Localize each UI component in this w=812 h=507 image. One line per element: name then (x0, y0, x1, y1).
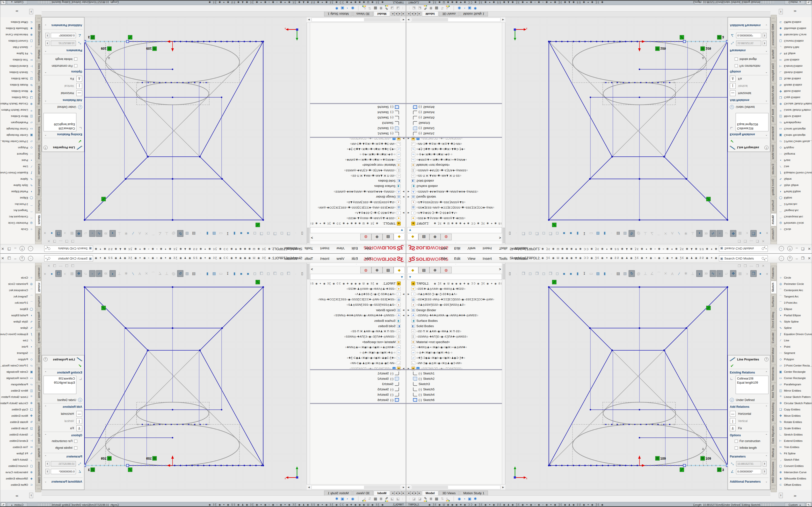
tree-row[interactable]: ▱○·◎✚○Ж◉Ι○◉○Ι◉Ж○✚◎·○ (311, 350, 405, 355)
tree-row-sketch6[interactable]: (-)Sketch6 (407, 397, 501, 402)
tab-data-migration[interactable]: Data Migration (771, 61, 777, 83)
tree-row[interactable]: ▱○✚Ʒ◦Ɔ◉♟○Ж◉Ι○◉○Ι◉Ж○♟◉Ɔ◦Ʒ✚○ (311, 355, 405, 360)
search-dropdown-icon[interactable]: ▾ (45, 257, 47, 260)
view-toolbar-icon-21[interactable]: ∠ (649, 270, 655, 277)
tool-ellipse[interactable]: ◯Ellipse (777, 195, 812, 201)
view-toolbar-icon-5[interactable]: ◻ (265, 230, 271, 237)
search-dropdown-icon[interactable]: ▾ (765, 257, 767, 260)
tree-row[interactable]: ≣Material <not specified> (311, 339, 405, 344)
motion-tool-1[interactable]: ◪ (391, 497, 394, 501)
menu-insert[interactable]: Insert (481, 246, 493, 251)
checkbox-infinite-length[interactable]: Infinite length (735, 57, 757, 61)
add-relation-horizontal[interactable]: —Horizontal (61, 411, 82, 417)
tool-move-entities[interactable]: ✥Move Entities (0, 88, 35, 95)
tool-circular-sketch-pattern[interactable]: ✲Circular Sketch Pattern (777, 400, 812, 406)
view-toolbar-icon-16[interactable]: ▤ (191, 230, 197, 237)
tool-corner-rectangle[interactable]: ▭Corner Rectangle (777, 126, 812, 132)
tab-direct-editing[interactable]: Direct Editing (35, 177, 41, 197)
tree-tab-3[interactable]: ◍ (360, 267, 371, 273)
tab-mold-tools[interactable]: Mold Tools (771, 107, 777, 124)
tab-evaluate[interactable]: Evaluate (35, 331, 41, 345)
tree-row[interactable]: ▱○✚Ʒ◦Ɔ◉♟○Ж◉Ι○◉○Ι◉Ж○♟◉Ɔ◦Ʒ✚○ (311, 147, 405, 152)
tool-circle[interactable]: ○Circle (777, 226, 812, 232)
tree-row[interactable]: ▶▤Design Binder (407, 194, 501, 200)
view-toolbar-icon-21[interactable]: ∠ (649, 230, 655, 237)
checkbox-for-construction[interactable]: For construction (52, 64, 77, 68)
graphics-area[interactable]: ❒❒—❐✕ ▯·❒◻❒◻❒◻■■▮↧▭▨▮·▤▨↻@⊥∠⌒✕A∕✱⊥◖3D∿◦▱… (42, 17, 307, 244)
view-toolbar-icon-31[interactable]: ◦ (89, 230, 95, 237)
add-relation-fix[interactable]: ⚓Fix (730, 76, 742, 81)
vertical-icon[interactable]: ❘ (730, 418, 735, 424)
tool-line[interactable]: ∕Line (0, 163, 35, 170)
view-toolbar-icon-12[interactable]: ▭ (218, 230, 224, 237)
tab-direct-editing[interactable]: Direct Editing (771, 310, 777, 330)
edit-sketch-icon[interactable]: ✎ (806, 502, 811, 507)
tool-stretch-entities[interactable]: ∟Stretch Entities (0, 432, 35, 438)
tool-point[interactable]: ▪Point (777, 157, 812, 163)
motion-tab-3d-views[interactable]: 3D Views (439, 12, 459, 16)
tab-data-migration[interactable]: Data Migration (35, 61, 41, 83)
view-toolbar-icon-4[interactable]: ❒ (534, 230, 540, 237)
view-toolbar-icon-9[interactable]: ■ (568, 270, 574, 277)
motion-tool-3[interactable]: ≣ (429, 497, 433, 501)
view-toolbar-icon-18[interactable]: ↻ (177, 230, 184, 237)
mdi-control-1[interactable]: ❒ (65, 239, 68, 243)
tree-tab-1[interactable]: ▤ (383, 267, 394, 273)
view-toolbar-icon-1[interactable]: · (514, 230, 520, 237)
tool-intersection-curve[interactable]: ⊗Intersection Curve (0, 469, 35, 475)
mdi-control-2[interactable]: — (59, 239, 62, 243)
tree-vertical-scrollbar[interactable] (502, 23, 505, 244)
tool-silhouette-entities[interactable]: ◈Silhouette Entities (0, 475, 35, 482)
more-tools-icon[interactable]: ≫ (0, 494, 35, 498)
menu-insert[interactable]: Insert (319, 256, 331, 261)
panel-help-icon[interactable]: ? (764, 357, 768, 361)
tool-spline[interactable]: ∿Spline (777, 325, 812, 331)
tool-center-rectangle[interactable]: ▣Center Rectangle (0, 369, 35, 375)
relation-item[interactable]: Collinear108 (45, 126, 75, 130)
view-toolbar-icon-32[interactable]: ▱ (83, 230, 89, 237)
view-toolbar-icon-27[interactable]: ⊥ (690, 230, 696, 237)
motion-tool-2[interactable]: ✎ (424, 6, 427, 11)
add-relation-horizontal[interactable]: —Horizontal (61, 90, 82, 96)
view-toolbar-icon-35[interactable]: ◑ (62, 270, 68, 277)
tab-sheet-metal[interactable]: Sheet Metal (35, 346, 41, 364)
tool-offset-entities[interactable]: ⊂Offset Entities (0, 19, 35, 25)
tree-splitter[interactable] (310, 137, 406, 138)
mdi-control-1[interactable]: ❒ (744, 239, 747, 243)
view-toolbar-icon-7[interactable]: ◻ (554, 270, 560, 277)
length-input[interactable]: 10.88152731 (51, 461, 76, 466)
tree-row-sketch3[interactable]: Sketch3 (311, 120, 405, 126)
tree-row-sketch5[interactable]: (-)Sketch5 (407, 387, 501, 392)
scroll-left-icon[interactable]: ◀ (406, 18, 411, 21)
more-tools-icon[interactable]: ≫ (777, 9, 812, 13)
tool-offset-entities[interactable]: ⊂Offset Entities (777, 19, 812, 25)
additional-parameters-header[interactable]: Additional Parameters (51, 24, 82, 27)
view-toolbar-icon-37[interactable]: ● (757, 230, 763, 237)
tree-row[interactable]: ◕○Ƨ♟◎ƧƧИƷƐƧƧ○◉○ƧƧƐƷИƧƧ◎♟Ƨ○ (311, 302, 405, 307)
tool-sketch-fillet[interactable]: ◞Sketch Fillet (777, 44, 812, 50)
fix-icon[interactable]: ⚓ (77, 76, 82, 81)
tree-row[interactable]: ▱○✚ИИ◎♟+○Ж◉Ι○◉○Ι◉Ж○+♟◎ИИ✚○ (311, 157, 405, 163)
tree-row-sketch6[interactable]: (-)Sketch6 (311, 105, 405, 110)
checkbox-for-construction[interactable]: For construction (735, 439, 760, 443)
motion-tool-0[interactable]: ◪ (412, 6, 416, 10)
tool-circle[interactable]: ○Circle (0, 226, 35, 232)
motion-nav-2[interactable]: ▶ (394, 12, 398, 16)
mdi-control-4[interactable]: ✕ (762, 239, 765, 243)
tab-weldments[interactable]: Weldments (771, 365, 777, 382)
motion-tool-10[interactable]: ▣ (341, 6, 344, 10)
view-toolbar-icon-16[interactable]: ▤ (191, 270, 197, 277)
mdi-control-0[interactable]: ❒ (738, 239, 741, 243)
tool-line[interactable]: ∕Line (777, 163, 812, 170)
add-relation-horizontal[interactable]: —Horizontal (730, 411, 751, 417)
motion-tool-6[interactable]: ∟ (446, 496, 450, 501)
options-header[interactable]: Options (730, 70, 741, 73)
tab-mesh-modeling[interactable]: Mesh Modeling (771, 400, 777, 423)
checkbox-icon[interactable] (74, 446, 77, 450)
view-toolbar-icon-28[interactable]: ◖ (696, 230, 703, 237)
tree-root-row[interactable]: ◆ TЯPDL2.◉ ƷƐ ◉ Ш ◉ ◉ ◉ ✚ ◉ ƆƆ ◉ ƷƐ ◉ ✦ … (311, 281, 405, 286)
view-toolbar-icon-15[interactable]: · (608, 230, 615, 237)
view-toolbar-icon-11[interactable]: ↧ (581, 270, 588, 277)
tree-filter-input[interactable]: ▼ (407, 274, 502, 280)
tool-intersection-curve[interactable]: ⊗Intersection Curve (0, 32, 35, 38)
